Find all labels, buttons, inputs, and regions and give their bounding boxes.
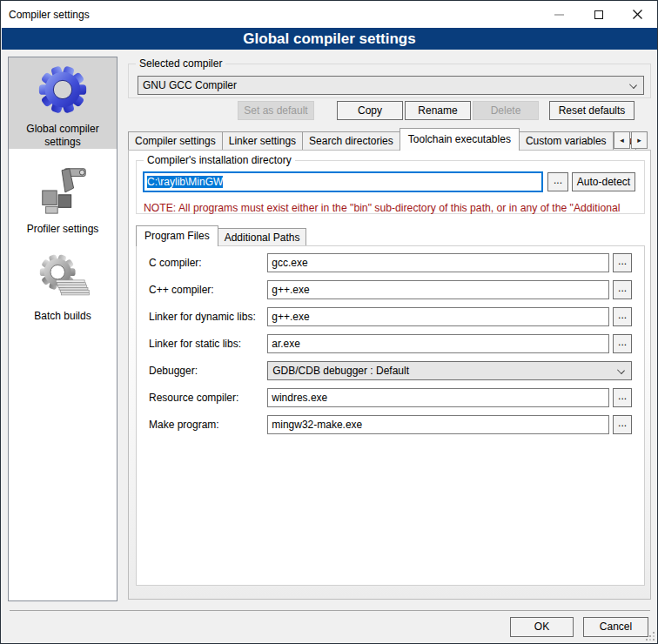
- c-compiler-input[interactable]: [267, 253, 609, 272]
- compiler-select-value: GNU GCC Compiler: [143, 79, 237, 91]
- settings-tabs: Compiler settings Linker settings Search…: [128, 128, 651, 151]
- sidebar-item-global-compiler-settings[interactable]: Global compiler settings: [9, 57, 117, 149]
- gear-stack-icon: [36, 249, 90, 305]
- installation-directory-legend: Compiler's installation directory: [144, 154, 295, 166]
- program-files-page: C compiler: ... C++ compiler: ... Linker…: [136, 245, 645, 586]
- ok-button[interactable]: OK: [510, 617, 574, 637]
- selected-compiler-group: Selected compiler GNU GCC Compiler: [128, 64, 651, 98]
- reset-defaults-button[interactable]: Reset defaults: [549, 101, 634, 120]
- resource-compiler-label: Resource compiler:: [149, 392, 267, 404]
- resource-compiler-row: Resource compiler: ...: [149, 388, 632, 407]
- tab-scroll-left-button[interactable]: ◂: [614, 131, 630, 149]
- cpp-compiler-input[interactable]: [267, 280, 609, 299]
- cpp-compiler-row: C++ compiler: ...: [149, 280, 632, 299]
- debugger-row: Debugger: GDB/CDB debugger : Default: [149, 361, 632, 380]
- minimize-button[interactable]: [540, 1, 579, 28]
- copy-button[interactable]: Copy: [337, 101, 403, 120]
- caption-buttons: [540, 1, 657, 28]
- static-linker-browse-button[interactable]: ...: [613, 334, 632, 353]
- compiler-settings-dialog: Compiler settings Global compiler settin…: [0, 0, 658, 644]
- tab-custom-variables[interactable]: Custom variables: [519, 131, 614, 151]
- settings-category-list: Global compiler settings Profiler settin…: [8, 57, 118, 601]
- resource-compiler-input[interactable]: [267, 388, 609, 407]
- chevron-down-icon: [617, 366, 625, 374]
- title-bar: Compiler settings: [1, 1, 657, 28]
- caliper-icon: [36, 162, 90, 218]
- toolchain-subtabs: Program Files Additional Paths: [136, 225, 306, 246]
- make-program-row: Make program: ...: [149, 415, 632, 434]
- gear-blue-icon: [36, 62, 90, 117]
- cpp-compiler-label: C++ compiler:: [149, 284, 267, 296]
- static-linker-row: Linker for static libs: ...: [149, 334, 632, 353]
- debugger-label: Debugger:: [149, 365, 267, 377]
- rename-button[interactable]: Rename: [405, 101, 471, 120]
- debugger-select[interactable]: GDB/CDB debugger : Default: [267, 361, 632, 380]
- sidebar-item-profiler-settings[interactable]: Profiler settings: [9, 158, 117, 236]
- maximize-icon: [594, 10, 603, 19]
- toolchain-executables-page: Compiler's installation directory C:\ray…: [128, 150, 651, 600]
- dynamic-linker-input[interactable]: [267, 307, 609, 326]
- subtab-additional-paths[interactable]: Additional Paths: [218, 228, 307, 246]
- browse-directory-button[interactable]: ...: [547, 172, 568, 191]
- installation-directory-group: Compiler's installation directory C:\ray…: [136, 160, 645, 214]
- static-linker-input[interactable]: [267, 334, 609, 353]
- make-program-input[interactable]: [267, 415, 609, 434]
- tab-scroll-right-button[interactable]: ▸: [631, 131, 648, 149]
- c-compiler-row: C compiler: ...: [149, 253, 632, 272]
- subtab-program-files[interactable]: Program Files: [136, 225, 218, 246]
- set-as-default-button[interactable]: Set as default: [238, 101, 314, 120]
- dialog-header-title: Global compiler settings: [2, 28, 657, 50]
- chevron-down-icon: [629, 81, 637, 89]
- make-program-browse-button[interactable]: ...: [613, 415, 632, 434]
- footer-divider: [10, 610, 650, 611]
- dynamic-linker-browse-button[interactable]: ...: [613, 307, 632, 326]
- sidebar-item-batch-builds[interactable]: Batch builds: [9, 245, 117, 323]
- cancel-button[interactable]: Cancel: [583, 617, 648, 637]
- installation-directory-input[interactable]: C:\raylib\MinGW: [144, 172, 542, 191]
- tab-search-directories[interactable]: Search directories: [302, 131, 400, 151]
- installation-note: NOTE: All programs must exist either in …: [144, 202, 642, 214]
- maximize-button[interactable]: [579, 1, 618, 28]
- tab-scroll-buttons: ◂ ▸: [613, 131, 648, 149]
- auto-detect-button[interactable]: Auto-detect: [572, 172, 635, 191]
- c-compiler-label: C compiler:: [149, 257, 267, 269]
- compiler-select[interactable]: GNU GCC Compiler: [138, 76, 644, 95]
- sidebar-item-label: Profiler settings: [14, 223, 111, 236]
- sidebar-item-label: Batch builds: [14, 310, 111, 323]
- resource-compiler-browse-button[interactable]: ...: [613, 388, 632, 407]
- resize-grip[interactable]: [653, 639, 655, 641]
- window-title: Compiler settings: [1, 9, 90, 21]
- tab-linker-settings[interactable]: Linker settings: [222, 131, 303, 151]
- sidebar-item-label: Global compiler settings: [14, 123, 111, 149]
- make-program-label: Make program:: [149, 419, 267, 431]
- dynamic-linker-label: Linker for dynamic libs:: [149, 311, 267, 323]
- close-button[interactable]: [618, 1, 657, 28]
- tab-compiler-settings[interactable]: Compiler settings: [128, 131, 223, 151]
- compiler-actions: Set as default Copy Rename Delete Reset …: [128, 101, 634, 120]
- close-icon: [633, 10, 642, 19]
- selected-compiler-legend: Selected compiler: [136, 57, 225, 70]
- tab-toolchain-executables[interactable]: Toolchain executables: [400, 128, 520, 151]
- cpp-compiler-browse-button[interactable]: ...: [613, 280, 632, 299]
- debugger-select-value: GDB/CDB debugger : Default: [272, 365, 409, 377]
- installation-directory-value: C:\raylib\MinGW: [147, 176, 223, 188]
- minimize-icon: [554, 14, 564, 16]
- delete-button[interactable]: Delete: [473, 101, 539, 120]
- c-compiler-browse-button[interactable]: ...: [613, 253, 632, 272]
- static-linker-label: Linker for static libs:: [149, 338, 267, 350]
- dynamic-linker-row: Linker for dynamic libs: ...: [149, 307, 632, 326]
